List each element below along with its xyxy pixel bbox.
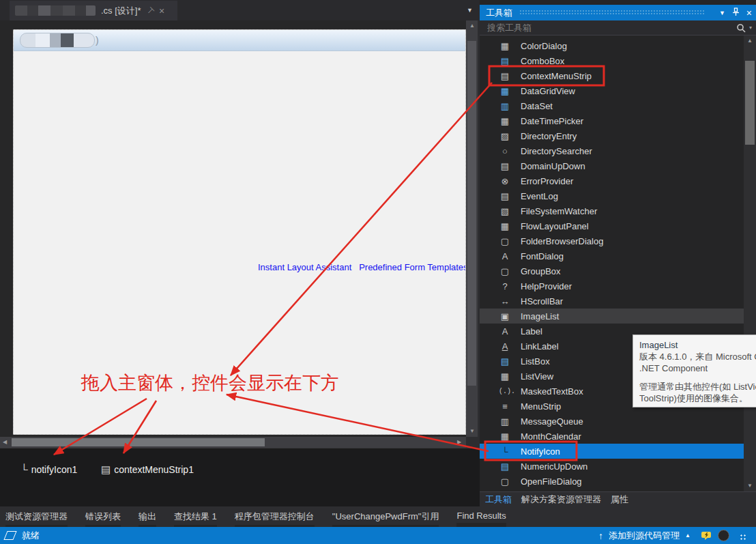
- tooltip-component: .NET Component: [639, 362, 756, 374]
- status-bar: 就绪 ↑ 添加到源代码管理 ▲: [0, 527, 756, 544]
- toolbox-item-eventlog[interactable]: ▤EventLog: [480, 188, 744, 203]
- scroll-down-icon[interactable]: ▼: [469, 429, 475, 434]
- event-log-icon: ▤: [499, 191, 511, 201]
- list-box-icon: ▤: [499, 356, 511, 367]
- scroll-left-icon[interactable]: ◀: [3, 440, 7, 445]
- pin-icon[interactable]: ⊤: [144, 5, 156, 16]
- redacted-form-title: [20, 33, 95, 48]
- search-icon[interactable]: [736, 23, 746, 33]
- toolbox-item-numericupdown[interactable]: ▤NumericUpDown: [480, 459, 744, 474]
- designer-horizontal-scrollbar[interactable]: ◀ ▶: [0, 437, 466, 448]
- scroll-up-icon[interactable]: ▲: [747, 38, 753, 44]
- auto-hide-pin-icon[interactable]: [732, 8, 740, 18]
- document-tab[interactable]: .cs [设计]* ⊤ ×: [10, 1, 177, 20]
- toolbox-item-hscrollbar[interactable]: ↔HScrollBar: [480, 294, 744, 309]
- toolbox-item-openfiledialog[interactable]: ▢OpenFileDialog: [480, 474, 744, 489]
- panel-tab-0[interactable]: 测试资源管理器: [5, 511, 68, 529]
- toolbox-item-label: DirectorySearcher: [521, 146, 592, 156]
- data-grid-view-icon: ▦: [499, 86, 511, 96]
- horizontal-scroll-thumb[interactable]: [12, 438, 265, 446]
- image-list-icon: ▣: [499, 311, 511, 321]
- toolbox-scroll-thumb[interactable]: [745, 61, 755, 145]
- tray-item-contextmenustrip1[interactable]: ▤ contextMenuStrip1: [101, 463, 194, 476]
- combo-box-icon: ▤: [499, 56, 511, 66]
- toolbox-item-errorprovider[interactable]: ⊗ErrorProvider: [480, 173, 744, 188]
- toolbox-item-combobox[interactable]: ▤ComboBox: [480, 53, 744, 68]
- panel-tab-4[interactable]: 程序包管理器控制台: [235, 511, 315, 529]
- scroll-right-icon[interactable]: ▶: [457, 440, 461, 445]
- titlebar-grip: [519, 10, 706, 16]
- toolbox-titlebar[interactable]: 工具箱 ▼ ×: [480, 5, 756, 20]
- panel-tab-6[interactable]: Find Results: [456, 511, 506, 527]
- panel-tab-5[interactable]: "UserChangePwdFrm"引用: [332, 511, 439, 529]
- scroll-up-icon[interactable]: ▲: [469, 23, 475, 29]
- group-box-icon: ▢: [499, 266, 511, 276]
- numeric-up-down-icon: ▤: [499, 461, 511, 472]
- tray-item-notifyicon1[interactable]: └ notifyIcon1: [20, 463, 77, 475]
- search-options-chevron-down-icon[interactable]: ▾: [749, 25, 752, 31]
- designer-vertical-scrollbar[interactable]: ▲ ▼: [466, 20, 478, 437]
- toolbox-item-label: GroupBox: [521, 266, 561, 276]
- link-label-icon: A: [499, 341, 511, 352]
- toolbox-item-label: MonthCalendar: [521, 431, 581, 442]
- close-icon[interactable]: ×: [746, 8, 752, 18]
- source-control-expand-icon[interactable]: ▲: [685, 532, 690, 539]
- list-view-icon: ▦: [499, 371, 511, 382]
- toolbox-item-dataset[interactable]: ▥DataSet: [480, 98, 744, 113]
- instant-layout-assistant-links[interactable]: Instant Layout Assistant Predefined Form…: [258, 262, 466, 272]
- toolbox-item-flowlayoutpanel[interactable]: ▦FlowLayoutPanel: [480, 218, 744, 233]
- toolbox-item-monthcalendar[interactable]: ▦MonthCalendar: [480, 429, 744, 444]
- data-set-icon: ▥: [499, 101, 511, 111]
- publish-arrow-up-icon[interactable]: ↑: [598, 530, 603, 541]
- toolbox-item-imagelist[interactable]: ▣ImageList: [480, 309, 744, 324]
- toolbox-item-helpprovider[interactable]: ?HelpProvider: [480, 278, 744, 294]
- tool-window-tab-属性[interactable]: 属性: [611, 493, 628, 506]
- account-avatar[interactable]: [718, 530, 729, 541]
- toolbox-search-row[interactable]: ▾: [480, 20, 756, 35]
- toolbox-item-messagequeue[interactable]: ▥MessageQueue: [480, 414, 744, 429]
- error-provider-icon: ⊗: [499, 176, 511, 186]
- toolbox-item-label: Label: [521, 326, 542, 337]
- toolbox-item-folderbrowserdialog[interactable]: ▢FolderBrowserDialog: [480, 233, 744, 248]
- toolbox-item-notifyicon[interactable]: └NotifyIcon: [480, 444, 744, 459]
- close-icon[interactable]: ×: [159, 6, 164, 16]
- vertical-scroll-thumb[interactable]: [467, 41, 476, 386]
- toolbox-item-label: FolderBrowserDialog: [521, 236, 603, 246]
- component-tray[interactable]: └ notifyIcon1 ▤ contextMenuStrip1: [0, 448, 480, 507]
- toolbox-item-domainupdown[interactable]: ▤DomainUpDown: [480, 158, 744, 173]
- domain-up-down-icon: ▤: [499, 161, 511, 171]
- panel-tab-2[interactable]: 输出: [139, 511, 156, 529]
- add-to-source-control-button[interactable]: 添加到源代码管理: [609, 530, 680, 542]
- tooltip-description-line1: 管理通常由其他控件(如 ListView、: [639, 381, 756, 392]
- imagelist-tooltip: ImageList 版本 4.6.1.0，来自 Microsoft Corpor…: [633, 334, 756, 407]
- toolbox-title: 工具箱: [486, 7, 512, 19]
- toolbox-item-colordialog[interactable]: ▦ColorDialog: [480, 38, 744, 53]
- toolbox-item-datagridview[interactable]: ▦DataGridView: [480, 83, 744, 98]
- toolbox-item-directorysearcher[interactable]: ○DirectorySearcher: [480, 143, 744, 158]
- panel-tab-3[interactable]: 查找结果 1: [174, 511, 217, 529]
- toolbox-scrollbar[interactable]: ▲ ▼: [744, 35, 756, 491]
- toolbox-item-datetimepicker[interactable]: ▦DateTimePicker: [480, 113, 744, 128]
- form-titlebar: ): [14, 30, 465, 51]
- feedback-icon[interactable]: [701, 531, 712, 541]
- tooltip-version: 版本 4.6.1.0，来自 Microsoft Corporation: [639, 351, 756, 362]
- toolbox-item-contextmenustrip[interactable]: ▤ContextMenuStrip: [480, 68, 744, 83]
- toolbox-item-filesystemwatcher[interactable]: ▧FileSystemWatcher: [480, 203, 744, 218]
- toolbox-item-directoryentry[interactable]: ▨DirectoryEntry: [480, 128, 744, 143]
- toolbox-item-label: ColorDialog: [521, 41, 567, 51]
- tool-window-tab-解决方案资源管理器[interactable]: 解决方案资源管理器: [521, 493, 601, 506]
- panel-tab-1[interactable]: 错误列表: [85, 511, 121, 529]
- document-list-chevron-down-icon[interactable]: ▼: [467, 7, 473, 14]
- toolbox-item-groupbox[interactable]: ▢GroupBox: [480, 263, 744, 278]
- window-position-chevron-down-icon[interactable]: ▼: [719, 10, 725, 16]
- redacted-filename: [15, 5, 96, 16]
- toolbox-item-fontdialog[interactable]: AFontDialog: [480, 248, 744, 263]
- toolbox-search-input[interactable]: [486, 22, 736, 33]
- tooltip-title: ImageList: [639, 339, 756, 351]
- directory-searcher-icon: ○: [499, 146, 511, 156]
- resize-grip[interactable]: [739, 533, 746, 541]
- scroll-down-icon[interactable]: ▼: [747, 483, 753, 489]
- toolbox-item-label: MessageQueue: [521, 416, 583, 427]
- tool-window-tab-工具箱[interactable]: 工具箱: [485, 493, 512, 506]
- document-tab-title: .cs [设计]*: [101, 5, 141, 17]
